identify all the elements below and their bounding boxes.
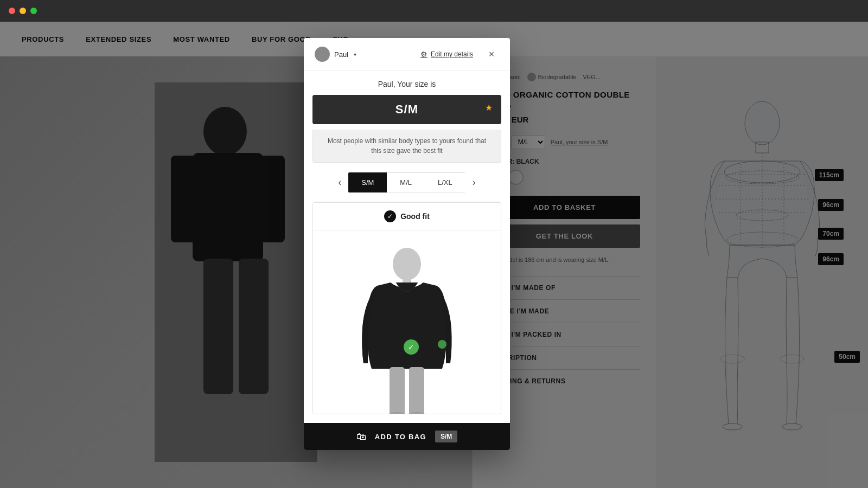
fit-label: Good fit bbox=[400, 212, 430, 221]
edit-details-button[interactable]: ⚙ Edit my details bbox=[420, 50, 473, 59]
svg-rect-30 bbox=[409, 367, 424, 414]
add-to-bag-size-badge: S/M bbox=[435, 431, 457, 442]
size-chip-lxl[interactable]: L/XL bbox=[425, 172, 465, 192]
modal-subtitle: Paul, Your size is bbox=[304, 71, 510, 95]
gear-icon: ⚙ bbox=[420, 50, 427, 59]
add-to-bag-label: ADD TO BAG bbox=[375, 433, 426, 441]
add-to-bag-bar[interactable]: 🛍 ADD TO BAG S/M bbox=[304, 423, 510, 450]
mannequin-svg: ✓ bbox=[353, 241, 461, 414]
fullscreen-dot[interactable] bbox=[30, 8, 37, 14]
svg-rect-29 bbox=[390, 367, 405, 414]
fit-model-area: ✓ bbox=[313, 230, 501, 414]
svg-text:✓: ✓ bbox=[408, 343, 414, 351]
close-dot[interactable] bbox=[9, 8, 15, 14]
user-profile[interactable]: Paul ▾ bbox=[315, 47, 356, 62]
recommended-size: S/M bbox=[321, 102, 493, 117]
chevron-down-icon: ▾ bbox=[354, 52, 356, 57]
size-chip-sm[interactable]: S/M bbox=[348, 172, 387, 192]
fit-area: ✓ Good fit bbox=[312, 202, 501, 414]
minimize-dot[interactable] bbox=[20, 8, 26, 14]
edit-details-label: Edit my details bbox=[431, 50, 473, 58]
svg-point-24 bbox=[393, 248, 421, 280]
avatar bbox=[315, 47, 330, 62]
size-selector: ‹ S/M M/L L/XL › bbox=[304, 163, 510, 202]
fit-header: ✓ Good fit bbox=[313, 203, 501, 230]
size-chip-ml[interactable]: M/L bbox=[387, 172, 425, 192]
size-recommendation-modal: Paul ▾ ⚙ Edit my details × Paul, Your si… bbox=[304, 38, 510, 450]
svg-point-28 bbox=[438, 340, 446, 349]
size-prev-button[interactable]: ‹ bbox=[331, 171, 348, 193]
bag-icon: 🛍 bbox=[356, 431, 366, 442]
close-button[interactable]: × bbox=[484, 47, 499, 62]
size-next-button[interactable]: › bbox=[465, 171, 483, 193]
browser-chrome bbox=[0, 0, 868, 22]
user-name: Paul bbox=[334, 50, 348, 59]
modal-header: Paul ▾ ⚙ Edit my details × bbox=[304, 38, 510, 71]
star-icon: ★ bbox=[485, 102, 493, 113]
check-circle-icon: ✓ bbox=[384, 210, 396, 222]
size-rec-box: S/M ★ bbox=[312, 95, 501, 124]
page: PRODUCTS EXTENDED SIZES MOST WANTED BUY … bbox=[0, 22, 868, 488]
size-rec-description: Most people with similar body types to y… bbox=[312, 130, 501, 163]
